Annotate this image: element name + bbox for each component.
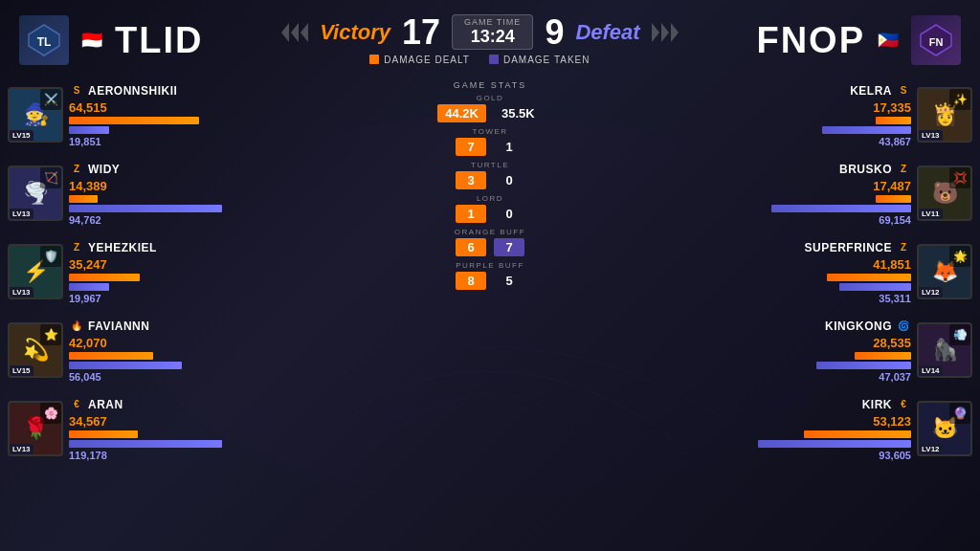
role-icon: Z bbox=[896, 162, 911, 177]
turtle-left: 3 bbox=[456, 171, 486, 189]
tower-label: TOWER bbox=[472, 127, 507, 136]
gold-left: 44.2K bbox=[437, 104, 486, 122]
player-name: FAVIANNN bbox=[88, 320, 149, 333]
left-players-panel: 🧙LV15⚔️SAERONNSHIKII64,51519,851🌪️LV13🏹Z… bbox=[8, 77, 400, 551]
purple-buff-label: PURPLE BUFF bbox=[456, 261, 524, 270]
player-name: BRUSKO bbox=[839, 163, 892, 176]
damage-taken-num: 94,762 bbox=[69, 214, 400, 226]
player-row: 🐱LV12🔮€KIRK53,12393,605 bbox=[580, 390, 972, 467]
stat-gold: GOLD 44.2K 35.5K bbox=[404, 94, 576, 122]
player-row: 🌹LV13🌸€ARAN34,567119,178 bbox=[8, 390, 400, 467]
purple-buff-left: 8 bbox=[456, 272, 486, 290]
player-avatar: 🌹LV13🌸 bbox=[8, 401, 63, 456]
player-name: WIDY bbox=[88, 163, 120, 176]
bar-taken bbox=[822, 126, 911, 134]
player-name-row: SKELRA bbox=[850, 83, 911, 99]
bar-taken bbox=[69, 283, 109, 291]
bar-container bbox=[69, 274, 400, 291]
damage-taken-num: 56,045 bbox=[69, 371, 400, 383]
bar-container bbox=[580, 430, 911, 448]
team-left-name: TLID bbox=[115, 20, 203, 61]
stat-turtle: TURTLE 3 0 bbox=[404, 161, 576, 189]
orange-buff-right: 7 bbox=[494, 238, 524, 256]
tower-left: 7 bbox=[456, 138, 486, 156]
lord-right: 0 bbox=[494, 205, 524, 223]
lord-label: LORD bbox=[477, 194, 503, 203]
champ-icon: 🔮 bbox=[949, 403, 970, 424]
player-name: KINGKONG bbox=[825, 320, 892, 333]
player-name: AERONNSHIKII bbox=[88, 84, 177, 98]
player-name-row: ZWIDY bbox=[69, 162, 400, 177]
role-icon: Z bbox=[69, 162, 84, 177]
bar-container bbox=[580, 274, 911, 291]
stat-orange-buff: ORANGE BUFF 6 7 bbox=[404, 228, 576, 256]
champ-icon: 🌸 bbox=[40, 403, 61, 424]
stat-purple-buff: PURPLE BUFF 8 5 bbox=[404, 261, 576, 290]
player-info: 🔥FAVIANNN42,07056,045 bbox=[69, 319, 400, 383]
stat-lord: LORD 1 0 bbox=[404, 194, 576, 223]
bar-taken bbox=[69, 362, 182, 369]
bar-taken bbox=[839, 283, 911, 291]
game-time-label: GAME TIME bbox=[464, 17, 521, 27]
game-stats-title: GAME STATS bbox=[454, 80, 527, 90]
team-left-flag: 🇮🇩 bbox=[78, 31, 105, 50]
bar-container bbox=[580, 352, 911, 369]
bar-dealt bbox=[827, 274, 911, 281]
damage-dealt-num: 28,535 bbox=[873, 336, 911, 350]
legend-dealt-label: DAMAGE DEALT bbox=[384, 55, 470, 65]
bar-container bbox=[69, 195, 400, 212]
player-info: ZBRUSKO17,48769,154 bbox=[580, 162, 911, 226]
match-center: Victory 17 GAME TIME 13:24 9 Defeat bbox=[281, 12, 678, 69]
player-row: 🌪️LV13🏹ZWIDY14,38994,762 bbox=[8, 155, 400, 231]
game-time-val: 13:24 bbox=[471, 27, 515, 47]
bar-container bbox=[69, 117, 400, 134]
champ-icon: 🏹 bbox=[40, 167, 61, 188]
legend-dealt-dot bbox=[369, 55, 379, 64]
damage-taken-num: 93,605 bbox=[879, 450, 911, 461]
gold-right: 35.5K bbox=[494, 104, 543, 122]
legend-dealt: DAMAGE DEALT bbox=[369, 55, 470, 65]
damage-taken-num: 43,867 bbox=[879, 136, 911, 147]
bar-dealt bbox=[69, 430, 138, 438]
player-row: 💫LV15⭐🔥FAVIANNN42,07056,045 bbox=[8, 312, 400, 388]
player-name-row: ZYEHEZKIEL bbox=[69, 240, 400, 255]
tower-right: 1 bbox=[494, 138, 524, 156]
lord-left: 1 bbox=[456, 205, 486, 223]
purple-buff-right: 5 bbox=[494, 272, 524, 290]
turtle-label: TURTLE bbox=[471, 161, 509, 169]
player-avatar: 👸LV13✨ bbox=[917, 87, 972, 143]
champ-icon: 💢 bbox=[949, 167, 970, 188]
player-info: ZYEHEZKIEL35,24719,967 bbox=[69, 240, 400, 304]
score-row: Victory 17 GAME TIME 13:24 9 Defeat bbox=[281, 12, 678, 53]
team-left-logo: TL bbox=[19, 15, 69, 65]
player-name: KELRA bbox=[850, 84, 892, 98]
role-icon: € bbox=[896, 397, 911, 412]
damage-dealt-num: 53,123 bbox=[873, 414, 911, 429]
player-name-row: 🔥FAVIANNN bbox=[69, 319, 400, 334]
player-level: LV14 bbox=[919, 365, 943, 376]
player-level: LV13 bbox=[10, 209, 33, 219]
player-level: LV13 bbox=[919, 130, 943, 141]
team-right-logo: FN bbox=[911, 15, 961, 65]
player-row: 🦊LV12🌟ZSUPERFRINCE41,85135,311 bbox=[580, 233, 972, 310]
player-info: €ARAN34,567119,178 bbox=[69, 397, 400, 461]
player-avatar: 🦊LV12🌟 bbox=[917, 244, 972, 299]
legend-taken-label: DAMAGE TAKEN bbox=[503, 55, 590, 65]
team-right: FN 🇵🇭 FNOP bbox=[756, 15, 961, 65]
damage-dealt-num: 17,487 bbox=[873, 179, 911, 193]
bar-dealt bbox=[69, 117, 199, 124]
team-left: TL 🇮🇩 TLID bbox=[19, 15, 203, 65]
player-name: SUPERFRINCE bbox=[804, 241, 892, 254]
main-content: 🧙LV15⚔️SAERONNSHIKII64,51519,851🌪️LV13🏹Z… bbox=[0, 77, 980, 551]
player-info: ZWIDY14,38994,762 bbox=[69, 162, 400, 226]
player-avatar: 💫LV15⭐ bbox=[8, 322, 63, 378]
role-icon: S bbox=[69, 83, 84, 99]
damage-taken-num: 69,154 bbox=[879, 214, 911, 226]
player-row: 👸LV13✨SKELRA17,33543,867 bbox=[580, 77, 972, 153]
bar-dealt bbox=[69, 195, 98, 203]
champ-icon: 💨 bbox=[949, 324, 970, 345]
damage-taken-num: 19,967 bbox=[69, 293, 400, 304]
right-players-panel: 👸LV13✨SKELRA17,33543,867🐻LV11💢ZBRUSKO17,… bbox=[580, 77, 972, 551]
champ-icon: ✨ bbox=[949, 89, 970, 110]
player-name-row: SAERONNSHIKII bbox=[69, 83, 400, 99]
